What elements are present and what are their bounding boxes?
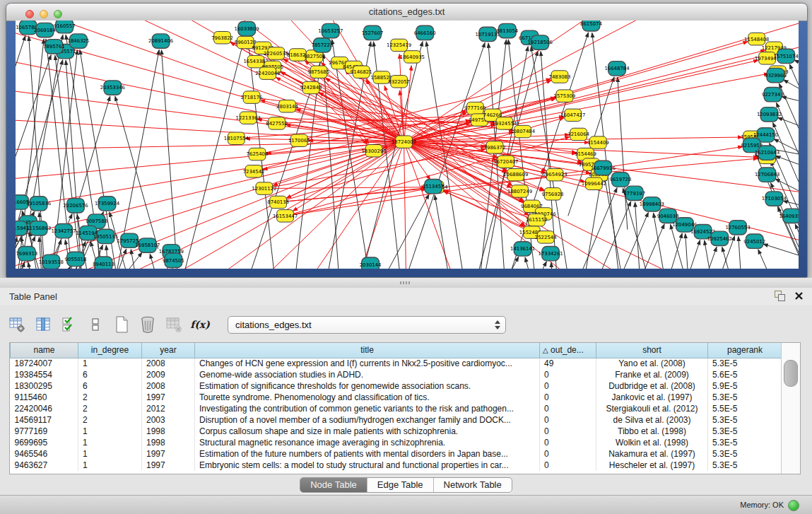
column-visibility-button[interactable] xyxy=(33,315,53,334)
function-builder-button[interactable]: f(x) xyxy=(190,315,210,334)
graph-node[interactable]: 6779197 xyxy=(623,186,645,200)
graph-node[interactable]: 7699313 xyxy=(16,246,37,260)
graph-node[interactable]: 2718176 xyxy=(241,91,263,103)
graph-node[interactable]: 8813054 xyxy=(496,23,518,37)
graph-node[interactable]: 3216064 xyxy=(567,128,589,140)
graph-node[interactable]: 7234542 xyxy=(243,165,265,177)
graph-node[interactable]: 1513457 xyxy=(423,179,445,193)
graph-node[interactable]: 16033809 xyxy=(235,21,259,35)
graph-node[interactable]: 18640935 xyxy=(400,51,425,63)
table-row[interactable]: 969969511998Structural magnetic resonanc… xyxy=(11,437,782,448)
float-window-icon[interactable] xyxy=(775,291,784,300)
table-row[interactable]: 2242004622012Investigating the contribut… xyxy=(11,403,782,414)
graph-node[interactable]: 16153447 xyxy=(273,210,298,222)
graph-node[interactable]: 2522544 xyxy=(535,231,557,243)
graph-node[interactable]: 17359924 xyxy=(95,197,119,211)
graph-node[interactable]: 9619728 xyxy=(610,173,632,187)
graph-node[interactable]: 12706843 xyxy=(755,168,779,182)
graph-node[interactable]: 2069184 xyxy=(34,23,56,37)
splitter-grip-icon[interactable] xyxy=(400,281,411,284)
graph-node[interactable]: 12301122 xyxy=(252,182,276,194)
row-height-button[interactable] xyxy=(86,315,105,334)
graph-node[interactable]: 12342757 xyxy=(52,223,76,238)
delete-table-button[interactable] xyxy=(164,315,184,334)
graph-node[interactable]: 7857223 xyxy=(312,38,334,52)
column-header-year[interactable]: year xyxy=(142,343,195,358)
graph-node[interactable]: 10653257 xyxy=(318,23,343,37)
tab-edge-table[interactable]: Edge Table xyxy=(367,478,434,492)
graph-node[interactable]: 8940113 xyxy=(93,257,114,269)
tab-node-table[interactable]: Node Table xyxy=(300,478,367,492)
column-header-out-degree[interactable]: △ out_de... xyxy=(540,343,596,358)
graph-node[interactable]: 7986372 xyxy=(484,141,506,153)
table-row[interactable]: 1456911722003Disruption of a novel membe… xyxy=(11,414,782,426)
graph-node[interactable]: 17334261 xyxy=(539,246,563,260)
graph-node[interactable]: 19654923 xyxy=(542,168,567,180)
graph-node[interactable]: 7625404 xyxy=(247,148,269,160)
table-row[interactable]: 946554611997Estimation of the future num… xyxy=(11,448,782,460)
column-header-in-degree[interactable]: in_degree xyxy=(78,343,142,358)
graph-node[interactable]: 9242848 xyxy=(300,81,322,93)
graph-node[interactable]: 1575309 xyxy=(553,90,575,102)
graph-node[interactable]: 9875685 xyxy=(308,66,330,78)
table-row[interactable]: 977716911998Corpus callosum shape and si… xyxy=(11,426,782,437)
graph-node[interactable]: 12213363 xyxy=(236,112,261,124)
table-selector-dropdown[interactable]: citations_edges.txt xyxy=(228,316,506,334)
table-row[interactable]: 911546021997Tourette syndrome. Phenomeno… xyxy=(11,392,782,403)
graph-node[interactable]: 6466160 xyxy=(414,25,436,40)
graph-node[interactable]: 1527607 xyxy=(362,25,384,40)
delete-rows-button[interactable] xyxy=(138,315,158,334)
column-header-pagerank[interactable]: pagerank xyxy=(708,343,782,358)
close-panel-icon[interactable] xyxy=(794,291,804,300)
graph-node[interactable]: 9146821 xyxy=(351,66,372,78)
graph-node[interactable]: 1170065 xyxy=(288,134,310,146)
graph-node[interactable]: 7963822 xyxy=(211,32,233,44)
graph-node[interactable]: 8740133 xyxy=(267,196,289,208)
graph-node[interactable]: 12325419 xyxy=(387,39,411,51)
graph-node[interactable]: 1154409 xyxy=(587,136,609,148)
graph-node[interactable]: 20891406 xyxy=(148,34,173,48)
column-header-title[interactable]: title xyxy=(195,343,540,358)
table-row[interactable]: 1872400712008Changes of HCN gene express… xyxy=(11,358,782,369)
graph-node[interactable]: 18807249 xyxy=(507,185,532,197)
table-row[interactable]: 946362711997Embryonic stem cells: a mode… xyxy=(11,460,782,471)
column-header-short[interactable]: short xyxy=(596,343,708,358)
graph-node[interactable]: 12093832 xyxy=(757,107,782,122)
graph-node[interactable]: 16648784 xyxy=(604,62,629,76)
graph-node[interactable]: 1846325 xyxy=(68,34,90,48)
graph-node[interactable]: 1615152 xyxy=(526,214,548,226)
graph-node[interactable]: 9874505 xyxy=(163,253,184,267)
tab-network-table[interactable]: Network Table xyxy=(434,478,512,492)
network-window-titlebar[interactable]: citations_edges.txt xyxy=(6,4,807,21)
table-settings-button[interactable] xyxy=(7,315,27,334)
graph-node[interactable]: 2803144 xyxy=(276,100,298,112)
table-row[interactable]: 1938455462009Genome-wide association stu… xyxy=(11,369,782,380)
graph-node[interactable]: 9055018 xyxy=(65,252,87,266)
graph-node[interactable]: 9245012 xyxy=(743,234,765,248)
memory-status-indicator[interactable] xyxy=(788,500,799,511)
graph-node[interactable]: 9756928 xyxy=(542,188,564,200)
panel-splitter[interactable] xyxy=(0,278,812,288)
network-canvas[interactable]: 1872400779638228960128891293422260538165… xyxy=(16,21,799,269)
graph-node[interactable]: 19105836 xyxy=(26,197,51,211)
graph-node[interactable]: 8615074 xyxy=(580,21,602,31)
graph-node[interactable]: 16409358 xyxy=(779,209,799,223)
graph-node[interactable]: 8322057 xyxy=(388,76,410,88)
graph-node[interactable]: 7483083 xyxy=(549,71,571,83)
graph-node[interactable]: 9160557 xyxy=(54,21,76,33)
column-header-name[interactable]: name xyxy=(11,343,78,358)
graph-node[interactable]: 18107554 xyxy=(224,132,249,144)
graph-node[interactable]: 7895761 xyxy=(43,40,65,54)
table-scrollbar-thumb[interactable] xyxy=(784,360,798,387)
graph-node[interactable]: 17103054 xyxy=(762,192,787,206)
new-table-button[interactable] xyxy=(112,315,131,334)
table-scrollbar[interactable] xyxy=(781,343,800,474)
graph-node[interactable]: 20206576 xyxy=(63,199,88,213)
graph-node[interactable]: 9227343 xyxy=(762,88,784,102)
graph-node[interactable]: 11548408 xyxy=(744,33,769,45)
graph-node[interactable]: 18998403 xyxy=(640,197,664,211)
graph-node[interactable]: 2030144 xyxy=(360,257,382,269)
graph-node[interactable]: 16047427 xyxy=(560,109,585,121)
table-row[interactable]: 1830029562008Estimation of significance … xyxy=(11,380,782,392)
graph-node[interactable]: 9046038 xyxy=(657,209,679,223)
